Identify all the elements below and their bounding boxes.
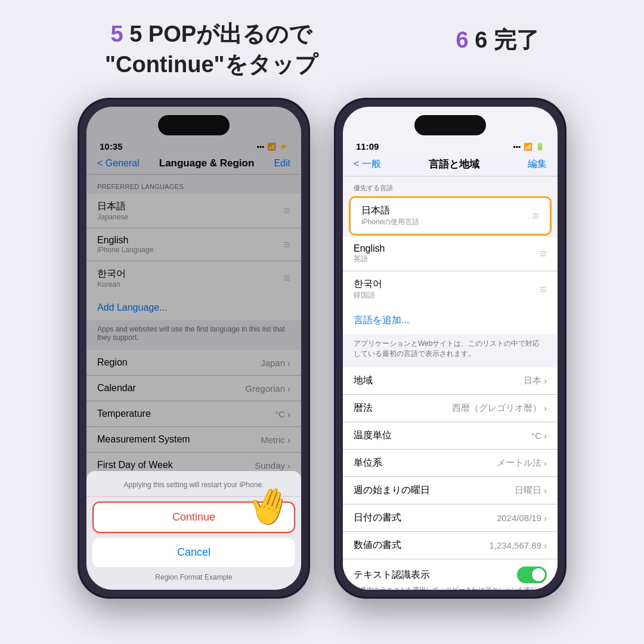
text-recog-label: テキスト認識表示 xyxy=(354,569,430,581)
chevron-icon: › xyxy=(544,540,547,550)
firstday-label-jp: 週の始まりの曜日 xyxy=(354,484,430,497)
chevron-icon: › xyxy=(544,485,547,496)
reorder-handle-jp2: ≡ xyxy=(540,247,547,261)
lang-item-english-right[interactable]: English 英語 ≡ xyxy=(343,237,558,271)
info-text-right: アプリケーションとWebサイトは、このリストの中で対応している最初の言語で表示さ… xyxy=(343,334,558,367)
wifi-icon: 📶 xyxy=(524,143,532,151)
nav-edit-right[interactable]: 編集 xyxy=(528,158,547,171)
lang1-sub-right: iPhoneの使用言語 xyxy=(361,217,419,227)
lang-item-korean-right[interactable]: 한국어 韓国語 ≡ xyxy=(343,271,558,307)
nav-bar-right: < 一般 言語と地域 編集 xyxy=(343,155,558,177)
measure-label-jp: 単位系 xyxy=(354,457,382,469)
section-preferred-right: 優先する言語 xyxy=(343,177,558,195)
nav-title-right: 言語と地域 xyxy=(429,157,479,171)
region-row-jp[interactable]: 地域 日本 › xyxy=(343,367,558,395)
cancel-button[interactable]: Cancel xyxy=(92,538,295,567)
reorder-handle-jp1: ≡ xyxy=(532,209,539,223)
firstday-value-jp: 日曜日 › xyxy=(515,485,547,496)
highlighted-lang-item: 日本語 iPhoneの使用言語 ≡ xyxy=(349,196,552,236)
datefmt-value-jp: 2024/08/19 › xyxy=(497,513,547,523)
chevron-icon: › xyxy=(544,376,547,386)
popup-footer: Region Format Example xyxy=(86,567,301,584)
step5-num: 5 xyxy=(110,21,123,47)
top-labels: 5 5 POPが出るので "Continue"をタップ 6 6 完了 xyxy=(0,0,644,92)
datefmt-label-jp: 日付の書式 xyxy=(354,512,401,524)
lang1-main-right: 日本語 xyxy=(361,205,419,217)
numfmt-label-jp: 数値の書式 xyxy=(354,539,401,552)
region-label-jp: 地域 xyxy=(354,374,373,387)
numfmt-value-jp: 1,234,567.89 › xyxy=(489,540,547,550)
temp-row-jp[interactable]: 温度単位 °C › xyxy=(343,422,558,450)
lang2-main-right: English xyxy=(354,243,385,254)
text-recog-sub: 画像内のテキストを選択して、コピーまたはアクションを実行します。 xyxy=(354,586,547,590)
step5-label: 5 5 POPが出るので "Continue"をタップ xyxy=(105,19,318,80)
phone-right: 11:09 ▪▪▪ 📶 🔋 < 一般 言語と地域 編集 xyxy=(334,98,566,599)
temp-value-jp: °C › xyxy=(531,431,547,441)
status-icons-right: ▪▪▪ 📶 🔋 xyxy=(513,143,544,151)
calendar-value-jp: 西暦（グレゴリオ暦） › xyxy=(452,402,547,414)
calendar-row-jp[interactable]: 暦法 西暦（グレゴリオ暦） › xyxy=(343,395,558,422)
numfmt-row-jp[interactable]: 数値の書式 1,234,567.89 › xyxy=(343,532,558,559)
measure-value-jp: メートル法 › xyxy=(497,457,547,469)
nav-back-right[interactable]: < 一般 xyxy=(354,158,381,171)
lang-list-right: English 英語 ≡ 한국어 韓国語 ≡ xyxy=(343,237,558,307)
settings-group-right: 地域 日本 › 暦法 西暦（グレゴリオ暦） › xyxy=(343,367,558,590)
measure-row-jp[interactable]: 単位系 メートル法 › xyxy=(343,450,558,477)
phone-left: 10:35 ▪▪▪ 📶 ⚡ < General Language & Regio… xyxy=(78,98,310,599)
region-value-jp: 日本 › xyxy=(524,375,547,386)
step6-num: 6 xyxy=(456,27,469,52)
chevron-icon: › xyxy=(544,403,547,413)
lang3-main-right: 한국어 xyxy=(354,278,382,290)
reorder-handle-jp3: ≡ xyxy=(540,283,547,296)
time-right: 11:09 xyxy=(356,141,379,151)
add-language-right[interactable]: 言語を追加... xyxy=(343,307,558,334)
signal-icon: ▪▪▪ xyxy=(513,143,521,151)
text-recog-row[interactable]: テキスト認識表示 画像内のテキストを選択して、コピーまたはアクションを実行します… xyxy=(343,559,558,590)
lang3-sub-right: 韓国語 xyxy=(354,290,382,301)
lang2-sub-right: 英語 xyxy=(354,254,385,264)
datefmt-row-jp[interactable]: 日付の書式 2024/08/19 › xyxy=(343,504,558,532)
chevron-icon: › xyxy=(544,458,547,468)
phones-row: 10:35 ▪▪▪ 📶 ⚡ < General Language & Regio… xyxy=(0,92,644,599)
lang-item-japanese-right[interactable]: 日本語 iPhoneの使用言語 ≡ xyxy=(351,198,550,234)
battery-icon: 🔋 xyxy=(535,143,544,151)
firstday-row-jp[interactable]: 週の始まりの曜日 日曜日 › xyxy=(343,477,558,504)
text-recog-toggle[interactable] xyxy=(517,566,547,583)
chevron-icon: › xyxy=(544,431,547,441)
step6-label: 6 6 完了 xyxy=(456,19,539,80)
dynamic-island-right xyxy=(414,115,486,135)
calendar-label-jp: 暦法 xyxy=(354,402,373,414)
page-container: 5 5 POPが出るので "Continue"をタップ 6 6 完了 xyxy=(0,0,644,644)
temp-label-jp: 温度単位 xyxy=(354,429,392,442)
chevron-icon: › xyxy=(544,513,547,523)
